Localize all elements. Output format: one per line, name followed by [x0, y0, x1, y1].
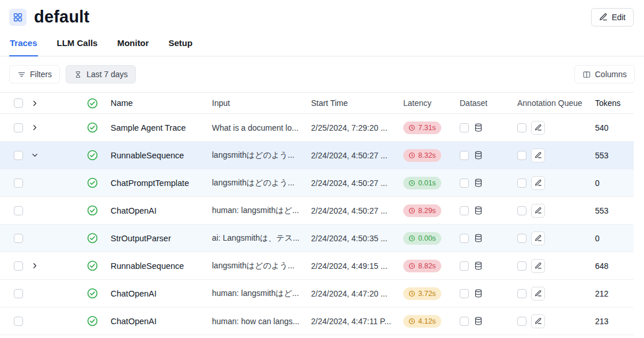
annotate-button[interactable]: [531, 231, 545, 245]
run-start-time: 2/25/2024, 7:29:20 ...: [302, 123, 394, 132]
annotation-checkbox[interactable]: [517, 151, 526, 160]
chevron-right-icon[interactable]: [31, 99, 39, 108]
run-name[interactable]: ChatOpenAI: [101, 317, 203, 326]
annotation-checkbox[interactable]: [517, 317, 526, 326]
database-icon[interactable]: [473, 178, 483, 188]
run-name[interactable]: ChatOpenAI: [101, 289, 203, 298]
table-row[interactable]: ChatOpenAI human: langsmithはど... 2/24/20…: [0, 280, 634, 307]
row-checkbox[interactable]: [14, 151, 23, 160]
row-checkbox[interactable]: [14, 179, 23, 188]
status-success-icon: [86, 204, 99, 217]
tab-llm-calls[interactable]: LLM Calls: [56, 35, 99, 56]
annotation-checkbox[interactable]: [517, 206, 526, 215]
pencil-icon: [535, 234, 542, 242]
database-icon[interactable]: [473, 150, 483, 160]
annotate-button[interactable]: [531, 204, 545, 218]
annotation-checkbox[interactable]: [517, 123, 526, 132]
dataset-checkbox[interactable]: [460, 289, 469, 298]
database-icon[interactable]: [473, 206, 483, 215]
table-row[interactable]: Sample Agent Trace What is a document lo…: [0, 114, 634, 142]
tab-setup[interactable]: Setup: [168, 35, 193, 56]
table-row[interactable]: RunnableSequence langsmithはどのよう... 2/24/…: [0, 142, 634, 169]
dataset-checkbox[interactable]: [460, 317, 469, 326]
filter-icon: [17, 70, 26, 79]
status-success-icon: [86, 287, 99, 299]
select-all-checkbox[interactable]: [14, 98, 23, 108]
tab-traces[interactable]: Traces: [9, 35, 38, 56]
latency-value: 8.82s: [418, 262, 436, 270]
annotation-checkbox[interactable]: [517, 289, 526, 298]
column-header-start-time[interactable]: Start Time: [302, 98, 394, 108]
database-icon[interactable]: [473, 288, 483, 298]
row-checkbox[interactable]: [14, 261, 23, 271]
annotate-button[interactable]: [531, 259, 545, 273]
row-checkbox[interactable]: [14, 289, 23, 298]
latency-value: 4.12s: [418, 317, 436, 325]
annotation-checkbox[interactable]: [517, 234, 526, 243]
database-icon[interactable]: [473, 233, 483, 243]
latency-value: 0.01s: [418, 179, 436, 187]
latency-badge: 8.32s: [403, 149, 441, 162]
run-name[interactable]: StrOutputParser: [101, 234, 203, 243]
run-input-preview: human: how can langs...: [203, 317, 302, 326]
annotate-button[interactable]: [531, 314, 545, 328]
column-header-latency[interactable]: Latency: [394, 98, 450, 108]
project-page: default Edit Traces LLM Calls Monitor Se…: [0, 0, 644, 338]
run-start-time: 2/24/2024, 4:50:27 ...: [302, 206, 394, 215]
row-checkbox[interactable]: [14, 123, 23, 132]
table-row[interactable]: ChatPromptTemplate langsmithはどのよう... 2/2…: [0, 169, 634, 197]
column-header-tokens[interactable]: Tokens: [586, 98, 634, 108]
annotate-button[interactable]: [531, 287, 545, 301]
run-name[interactable]: ChatOpenAI: [101, 206, 203, 215]
run-name[interactable]: RunnableSequence: [101, 261, 203, 271]
annotate-button[interactable]: [531, 121, 545, 135]
dataset-checkbox[interactable]: [460, 123, 469, 132]
chevron-right-icon[interactable]: [31, 123, 39, 132]
table-row[interactable]: RunnableSequence langsmithはどのよう... 2/24/…: [0, 252, 634, 280]
latency-badge: 4.12s: [403, 315, 441, 328]
status-success-icon: [86, 121, 99, 134]
filters-button[interactable]: Filters: [9, 65, 60, 83]
columns-button[interactable]: Columns: [574, 65, 635, 83]
annotation-checkbox[interactable]: [517, 179, 526, 188]
latency-badge: 0.01s: [403, 177, 441, 189]
column-header-name[interactable]: Name: [101, 98, 203, 108]
row-checkbox[interactable]: [14, 234, 23, 243]
table-body: Sample Agent Trace What is a document lo…: [0, 114, 634, 335]
dataset-checkbox[interactable]: [460, 179, 469, 188]
dataset-checkbox[interactable]: [460, 234, 469, 243]
chevron-down-icon[interactable]: [31, 151, 39, 159]
pencil-icon: [535, 207, 542, 214]
table-row[interactable]: StrOutputParser ai: Langsmithは、テス... 2/2…: [0, 225, 634, 252]
annotation-checkbox[interactable]: [517, 261, 526, 271]
clock-icon: [408, 152, 415, 159]
date-range-button[interactable]: Last 7 days: [66, 65, 136, 83]
annotate-button[interactable]: [531, 176, 545, 190]
row-checkbox[interactable]: [14, 206, 23, 215]
dataset-checkbox[interactable]: [460, 206, 469, 215]
column-header-annotation-queue[interactable]: Annotation Queue: [508, 98, 586, 108]
tab-monitor[interactable]: Monitor: [116, 35, 149, 56]
latency-value: 0.00s: [418, 234, 436, 242]
database-icon[interactable]: [473, 316, 483, 326]
dataset-checkbox[interactable]: [460, 261, 469, 271]
database-icon[interactable]: [473, 123, 483, 132]
run-name[interactable]: ChatPromptTemplate: [101, 179, 203, 188]
column-header-input[interactable]: Input: [203, 98, 302, 108]
table-row[interactable]: ChatOpenAI human: how can langs... 2/24/…: [0, 307, 634, 335]
run-name[interactable]: RunnableSequence: [101, 151, 203, 160]
dataset-checkbox[interactable]: [460, 151, 469, 160]
database-icon[interactable]: [473, 261, 483, 271]
latency-value: 8.29s: [418, 207, 436, 215]
date-range-label: Last 7 days: [86, 70, 128, 79]
pencil-icon: [535, 262, 542, 269]
status-filter-icon[interactable]: [86, 97, 99, 109]
table-row[interactable]: ChatOpenAI human: langsmithはど... 2/24/20…: [0, 197, 634, 225]
annotate-button[interactable]: [531, 149, 545, 162]
run-name[interactable]: Sample Agent Trace: [101, 123, 203, 132]
column-header-dataset[interactable]: Dataset: [450, 98, 508, 108]
chevron-right-icon[interactable]: [31, 261, 39, 270]
row-checkbox[interactable]: [14, 317, 23, 326]
run-input-preview: What is a document lo...: [203, 123, 302, 132]
edit-button[interactable]: Edit: [591, 8, 634, 26]
